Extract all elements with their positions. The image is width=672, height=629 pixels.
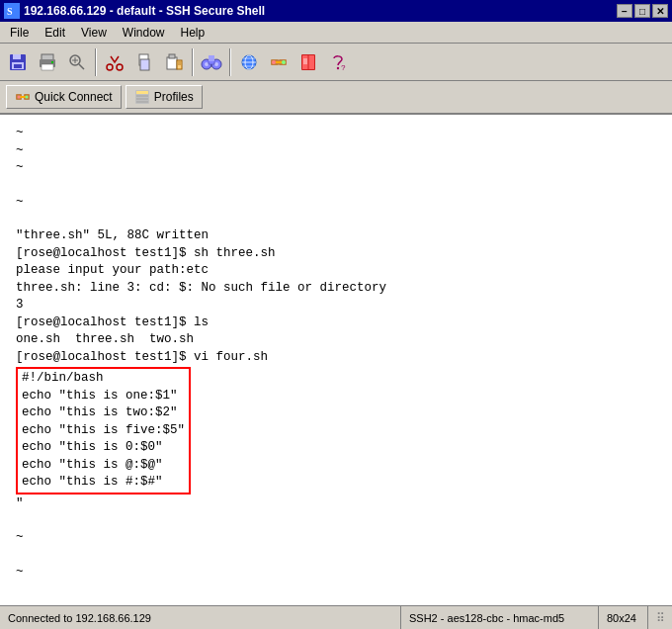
connect-button[interactable]	[265, 48, 293, 76]
window-icon: S	[4, 3, 20, 19]
terminal-line: 3	[16, 297, 656, 314]
separator-2	[192, 48, 194, 76]
svg-point-54	[26, 96, 29, 99]
svg-rect-21	[169, 54, 175, 58]
svg-line-16	[110, 64, 113, 65]
paste-button[interactable]	[160, 48, 188, 76]
svg-point-48	[337, 66, 339, 68]
svg-rect-39	[276, 61, 282, 63]
connection-status: Connected to 192.168.66.129	[0, 606, 401, 629]
terminal-line	[16, 211, 656, 227]
svg-point-41	[282, 60, 286, 64]
cut-button[interactable]	[101, 48, 128, 76]
terminal-line: [rose@localhost test1]$ ls	[16, 314, 656, 332]
svg-rect-19	[140, 59, 149, 70]
help-button[interactable]: ?	[324, 48, 352, 76]
terminal-line: echo "this is five:$5"	[22, 422, 185, 440]
svg-line-17	[117, 64, 120, 65]
resize-grip-section: ⠿	[648, 606, 672, 629]
separator-3	[229, 48, 231, 76]
terminal-area[interactable]: ~ ~ ~ ~ "three.sh" 5L, 88C written [rose…	[0, 115, 672, 605]
svg-rect-56	[136, 91, 148, 94]
terminal-line	[16, 512, 656, 529]
menu-item-edit[interactable]: Edit	[39, 24, 71, 42]
profiles-label: Profiles	[154, 90, 194, 104]
binoculars-button[interactable]	[198, 48, 225, 76]
terminal-line: ~	[16, 194, 656, 212]
terminal-line: "	[16, 495, 656, 513]
svg-rect-9	[51, 61, 53, 63]
profiles-button[interactable]: Profiles	[126, 85, 203, 109]
toolbar: ?	[0, 44, 672, 81]
save-button[interactable]	[4, 48, 32, 76]
terminal-line: ~	[16, 159, 656, 177]
terminal-content: ~ ~ ~ ~ "three.sh" 5L, 88C written [rose…	[8, 121, 664, 599]
terminal-line: ~	[16, 564, 656, 582]
menu-bar: File Edit View Window Help	[0, 22, 672, 44]
terminal-line: [rose@localhost test1]$ vi four.sh	[16, 349, 656, 367]
terminal-line: "three.sh" 5L, 88C written	[16, 227, 656, 245]
quickbar: Quick Connect Profiles	[0, 81, 672, 115]
maximize-button[interactable]: □	[634, 4, 650, 18]
title-bar: S 192.168.66.129 - default - SSH Secure …	[0, 0, 672, 22]
terminal-line: echo "this is 0:$0"	[22, 439, 185, 457]
svg-line-11	[79, 64, 84, 69]
separator-1	[95, 48, 97, 76]
connection-status-text: Connected to 192.168.66.129	[8, 612, 151, 624]
profiles-icon	[134, 89, 150, 105]
title-controls: − □ ✕	[617, 4, 668, 18]
svg-point-40	[272, 60, 276, 64]
menu-item-window[interactable]: Window	[117, 24, 171, 42]
svg-text:?: ?	[341, 63, 346, 72]
svg-rect-8	[42, 64, 53, 70]
svg-rect-20	[167, 57, 177, 69]
encryption-status-text: SSH2 - aes128-cbc - hmac-md5	[409, 612, 564, 624]
copy-button[interactable]	[130, 48, 158, 76]
terminal-line: ~	[16, 529, 656, 547]
svg-point-53	[18, 96, 21, 99]
quick-connect-button[interactable]: Quick Connect	[6, 85, 122, 109]
terminal-line: echo "this is two:$2"	[22, 404, 185, 422]
menu-item-view[interactable]: View	[75, 24, 113, 42]
svg-rect-31	[211, 55, 214, 61]
terminal-line: please input your path:etc	[16, 262, 656, 280]
print-button[interactable]	[34, 48, 61, 76]
terminal-line: one.sh three.sh two.sh	[16, 331, 656, 349]
resize-grip[interactable]: ⠿	[652, 610, 668, 626]
svg-rect-22	[177, 60, 182, 69]
terminal-line: three.sh: line 3: cd: $: No such file or…	[16, 280, 656, 298]
svg-rect-3	[13, 54, 21, 59]
encryption-status: SSH2 - aes128-cbc - hmac-md5	[401, 606, 599, 629]
zoom-button[interactable]	[63, 48, 91, 76]
terminal-size-text: 80x24	[607, 612, 636, 624]
status-bar: Connected to 192.168.66.129 SSH2 - aes12…	[0, 605, 672, 629]
network-button[interactable]	[235, 48, 263, 76]
terminal-line: echo "this is #:$#"	[22, 474, 185, 492]
quick-connect-label: Quick Connect	[35, 90, 113, 104]
terminal-line: #!/bin/bash	[22, 370, 185, 388]
window-title: 192.168.66.129 - default - SSH Secure Sh…	[24, 4, 265, 18]
highlighted-code-block: #!/bin/bash echo "this is one:$1" echo "…	[16, 367, 191, 494]
terminal-line	[16, 547, 656, 564]
close-button[interactable]: ✕	[652, 4, 668, 18]
svg-point-28	[214, 62, 218, 66]
book-button[interactable]	[294, 48, 322, 76]
svg-rect-30	[209, 55, 211, 61]
terminal-line: echo "this is @:$@"	[22, 457, 185, 475]
terminal-line: echo "this is one:$1"	[22, 388, 185, 405]
svg-text:S: S	[7, 6, 13, 17]
window: S 192.168.66.129 - default - SSH Secure …	[0, 0, 672, 629]
terminal-size-status: 80x24	[599, 606, 648, 629]
svg-rect-5	[14, 64, 22, 68]
terminal-line	[16, 177, 656, 194]
svg-point-27	[205, 62, 209, 66]
menu-item-file[interactable]: File	[4, 24, 35, 42]
svg-rect-52	[20, 96, 26, 98]
minimize-button[interactable]: −	[617, 4, 632, 18]
terminal-line: [rose@localhost test1]$ sh three.sh	[16, 245, 656, 263]
menu-item-help[interactable]: Help	[175, 24, 211, 42]
quick-connect-icon	[15, 89, 31, 105]
terminal-line: ~	[16, 142, 656, 160]
terminal-line: ~	[16, 125, 656, 142]
